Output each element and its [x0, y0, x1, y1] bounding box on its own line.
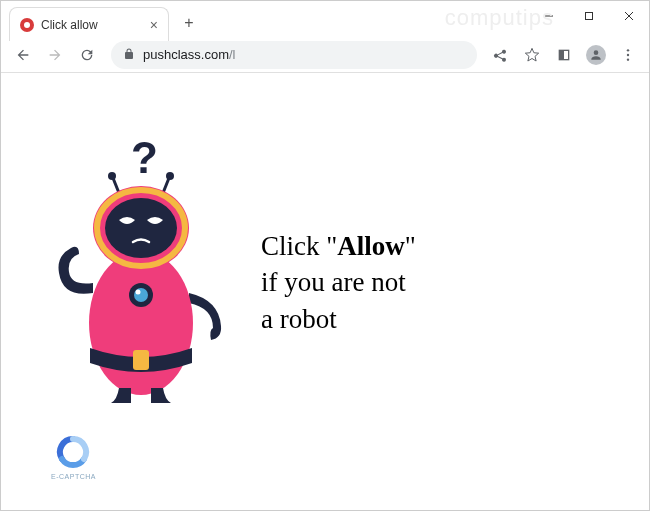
captcha-badge: E-CAPTCHA — [51, 435, 96, 480]
new-tab-button[interactable]: + — [175, 9, 203, 37]
maximize-icon — [584, 11, 594, 21]
close-button[interactable] — [609, 1, 649, 31]
svg-point-18 — [166, 172, 174, 180]
tab-title: Click allow — [41, 18, 143, 32]
bookmark-button[interactable] — [519, 42, 545, 68]
extensions-button[interactable] — [551, 42, 577, 68]
tab-favicon — [20, 18, 34, 32]
close-icon[interactable]: × — [150, 18, 158, 32]
browser-tab[interactable]: Click allow × — [9, 7, 169, 41]
svg-point-14 — [136, 290, 141, 295]
svg-rect-1 — [586, 13, 593, 20]
arrow-left-icon — [15, 47, 31, 63]
svg-point-7 — [627, 53, 629, 55]
svg-point-16 — [108, 172, 116, 180]
svg-point-6 — [627, 49, 629, 51]
svg-line-15 — [113, 178, 119, 193]
page-content: ? — [1, 73, 649, 510]
reload-icon — [79, 47, 95, 63]
maximize-button[interactable] — [569, 1, 609, 31]
url-path: /l — [229, 47, 236, 62]
browser-toolbar: pushclass.com/l — [1, 37, 649, 73]
message-line-1: Click "Allow" — [261, 228, 416, 264]
back-button[interactable] — [9, 41, 37, 69]
svg-line-17 — [163, 178, 169, 193]
svg-point-8 — [627, 58, 629, 60]
menu-button[interactable] — [615, 42, 641, 68]
svg-point-21 — [105, 198, 177, 258]
allow-keyword: Allow — [337, 231, 405, 261]
arrow-right-icon — [47, 47, 63, 63]
forward-button[interactable] — [41, 41, 69, 69]
message-line-2: if you are not — [261, 264, 416, 300]
lock-icon — [123, 46, 135, 64]
svg-text:?: ? — [131, 138, 158, 182]
share-button[interactable] — [487, 42, 513, 68]
captcha-icon — [56, 435, 90, 469]
instruction-message: Click "Allow" if you are not a robot — [261, 228, 416, 337]
star-icon — [524, 47, 540, 63]
url-text: pushclass.com/l — [143, 47, 465, 62]
profile-button[interactable] — [583, 42, 609, 68]
toolbar-right — [487, 42, 641, 68]
kebab-icon — [620, 47, 636, 63]
svg-rect-5 — [559, 50, 564, 59]
address-bar[interactable]: pushclass.com/l — [111, 41, 477, 69]
captcha-label: E-CAPTCHA — [51, 473, 96, 480]
svg-point-13 — [134, 288, 148, 302]
close-icon — [624, 11, 634, 21]
watermark-text: computips — [445, 5, 554, 31]
url-host: pushclass.com — [143, 47, 229, 62]
message-line-3: a robot — [261, 301, 416, 337]
extensions-icon — [556, 47, 572, 63]
avatar-icon — [586, 45, 606, 65]
share-icon — [492, 47, 508, 63]
reload-button[interactable] — [73, 41, 101, 69]
window-titlebar: computips Click allow × + — [1, 1, 649, 37]
svg-rect-11 — [133, 350, 149, 370]
svg-point-10 — [89, 251, 193, 395]
robot-illustration: ? — [41, 138, 236, 408]
